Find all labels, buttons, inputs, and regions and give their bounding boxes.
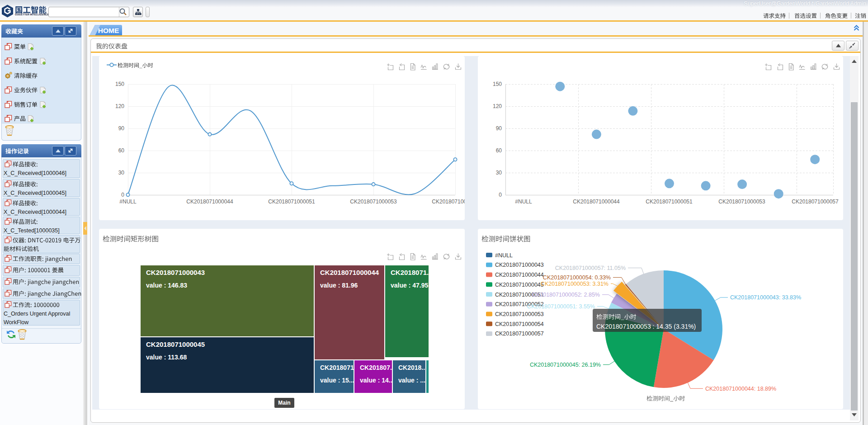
svg-text:CK2018071000045: CK2018071000045 <box>146 340 205 348</box>
svg-text:120: 120 <box>115 103 124 109</box>
svg-text:value : 81.96: value : 81.96 <box>320 282 358 289</box>
svg-text:value : 14...: value : 14... <box>360 377 394 384</box>
svg-text:CK2018071000044: CK2018071000044 <box>495 272 544 278</box>
svg-text:value : 15...: value : 15... <box>320 377 354 384</box>
svg-text:CK201807..: CK201807.. <box>360 364 394 371</box>
svg-text:CK2018071000053 : 14.35 (3.31%: CK2018071000053 : 14.35 (3.31%) <box>596 323 696 330</box>
svg-text:HOME: HOME <box>98 27 119 34</box>
svg-text:120: 120 <box>493 103 502 109</box>
svg-text:CK2018071000053: CK2018071000053 <box>495 311 544 317</box>
svg-text:60: 60 <box>118 147 125 154</box>
svg-text:CK2018071000044: CK2018071000044 <box>186 198 233 205</box>
svg-text:CK2018071000051: CK2018071000051 <box>268 198 315 205</box>
svg-text:CK2018071000045: CK2018071000045 <box>495 282 544 288</box>
svg-text:CK2018071000053: 3.31%: CK2018071000053: 3.31% <box>541 281 609 287</box>
svg-text:30: 30 <box>496 170 502 176</box>
svg-text:CK2018071000044: 18.89%: CK2018071000044: 18.89% <box>705 386 776 392</box>
svg-text:150: 150 <box>493 81 502 87</box>
svg-text:CK2018071000043: CK2018071000043 <box>146 269 205 276</box>
svg-text:CK2018071000053: CK2018071000053 <box>718 198 765 205</box>
svg-text:value : ...: value : ... <box>398 377 425 384</box>
svg-text:CK2018071000057: CK2018071000057 <box>432 198 465 205</box>
svg-text:CK2018071000045: 26.19%: CK2018071000045: 26.19% <box>530 362 601 368</box>
svg-text:CK2018071000044: CK2018071000044 <box>320 269 379 276</box>
svg-text:value : 113.68: value : 113.68 <box>146 354 187 361</box>
svg-text:CK2018071000052: 2.85%: CK2018071000052: 2.85% <box>532 292 600 298</box>
svg-text:90: 90 <box>496 125 502 132</box>
svg-text:CK2018071000043: CK2018071000043 <box>495 262 544 268</box>
svg-text:CK2018...: CK2018... <box>398 364 427 371</box>
svg-text:CK2018071000053: CK2018071000053 <box>350 198 397 205</box>
svg-text:#NULL: #NULL <box>119 198 137 205</box>
svg-text:60: 60 <box>496 147 502 154</box>
svg-text:#NULL: #NULL <box>495 252 513 259</box>
svg-text:CK2018071...: CK2018071... <box>391 269 433 276</box>
svg-text:CK2018071000043: 33.83%: CK2018071000043: 33.83% <box>730 294 801 301</box>
svg-text:0: 0 <box>121 192 124 198</box>
svg-text:value : 146.83: value : 146.83 <box>146 282 187 289</box>
svg-text:CK2018071000051: 3.55%: CK2018071000051: 3.55% <box>527 303 595 310</box>
svg-text:30: 30 <box>118 170 125 176</box>
svg-text:0: 0 <box>499 192 502 198</box>
svg-text:150: 150 <box>115 81 124 87</box>
svg-text:value : 47.95: value : 47.95 <box>391 282 428 289</box>
svg-text:Main: Main <box>278 400 290 406</box>
svg-text:CK2018071000054: CK2018071000054 <box>495 321 544 327</box>
svg-text:CK2018071000057: 11.05%: CK2018071000057: 11.05% <box>555 265 626 271</box>
svg-text:CK2018071000051: CK2018071000051 <box>646 198 693 205</box>
svg-text:CK2018071000057: CK2018071000057 <box>495 331 544 337</box>
svg-text:CK2018071000054: 0.33%: CK2018071000054: 0.33% <box>543 274 611 281</box>
svg-text:CK2018071000057: CK2018071000057 <box>792 198 839 205</box>
svg-text:90: 90 <box>118 125 125 132</box>
svg-text:#NULL: #NULL <box>515 198 532 205</box>
svg-text:CK2018071000044: CK2018071000044 <box>573 198 620 205</box>
svg-text:CK2018071.: CK2018071. <box>320 364 356 371</box>
